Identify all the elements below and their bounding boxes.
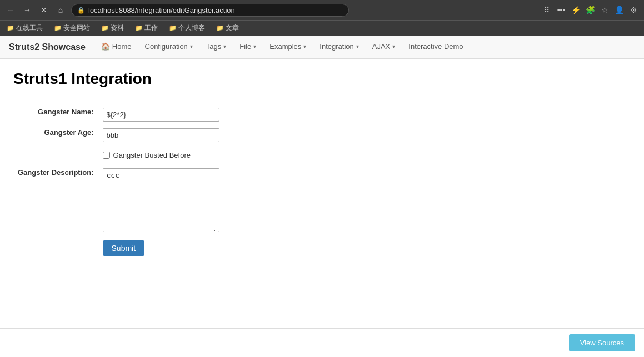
- nav-item-integration[interactable]: Integration ▾: [313, 36, 365, 59]
- lock-icon: 🔒: [77, 7, 85, 14]
- close-button[interactable]: ✕: [38, 4, 50, 16]
- back-icon: ←: [7, 6, 14, 14]
- nav-item-label: Configuration: [145, 42, 188, 51]
- bookmark-label: 工作: [144, 23, 158, 33]
- chevron-down-icon: ▾: [356, 43, 359, 49]
- bookmark-articles[interactable]: 📁 文章: [214, 22, 241, 34]
- bookmark-label: 文章: [226, 23, 239, 33]
- chevron-down-icon: ▾: [223, 43, 226, 49]
- nav-item-label: AJAX: [372, 42, 391, 51]
- bookmark-label: 安全网站: [63, 23, 90, 33]
- gangster-name-input[interactable]: [103, 108, 219, 122]
- submit-cell: Submit: [98, 237, 224, 259]
- bookmarks-bar: 📁 在线工具 📁 安全网站 📁 资料 📁 工作 📁 个人博客 📁 文章: [0, 20, 644, 36]
- gangster-form: Gangster Name: Gangster Age: Gangster Bu…: [13, 104, 631, 259]
- chevron-down-icon: ▾: [253, 43, 256, 49]
- forward-icon: →: [23, 6, 31, 14]
- nav-item-label: File: [239, 42, 251, 51]
- nav-item-ajax[interactable]: AJAX ▾: [366, 36, 402, 59]
- gangster-name-label: Gangster Name:: [13, 104, 98, 125]
- nav-item-label: Tags: [206, 42, 221, 51]
- nav-item-tags[interactable]: Tags ▾: [199, 36, 233, 59]
- folder-icon: 📁: [101, 24, 109, 32]
- bookmark-star-button[interactable]: ☆: [598, 4, 611, 16]
- folder-icon: 📁: [7, 24, 14, 32]
- gangster-name-cell: [98, 104, 224, 125]
- nav-item-label: Examples: [269, 42, 301, 51]
- nav-item-interactive-demo[interactable]: Interactive Demo: [402, 36, 470, 59]
- bookmark-label: 在线工具: [16, 23, 43, 33]
- bookmark-blog[interactable]: 📁 个人博客: [167, 22, 207, 34]
- nav-item-label: Home: [112, 42, 132, 51]
- more-button[interactable]: •••: [555, 4, 567, 16]
- submit-empty-cell: [13, 237, 98, 259]
- gangster-busted-empty-cell: [13, 145, 98, 165]
- nav-item-home[interactable]: 🏠 Home: [94, 36, 138, 59]
- bookmark-label: 资料: [111, 23, 124, 33]
- profile-button[interactable]: 👤: [613, 4, 625, 16]
- folder-icon: 📁: [169, 24, 177, 32]
- nav-item-label: Interactive Demo: [408, 42, 463, 51]
- back-button[interactable]: ←: [4, 4, 17, 16]
- address-bar[interactable]: 🔒 localhost:8088/integration/editGangste…: [71, 4, 349, 17]
- folder-icon: 📁: [54, 24, 62, 32]
- table-row: Submit: [13, 237, 224, 259]
- browser-chrome: ← → ✕ ⌂ 🔒 localhost:8088/integration/edi…: [0, 0, 644, 20]
- forward-button[interactable]: →: [21, 4, 33, 16]
- lightning-button[interactable]: ⚡: [570, 4, 582, 16]
- home-icon: ⌂: [58, 6, 63, 14]
- gangster-busted-cell: Gangster Busted Before: [98, 145, 224, 165]
- chevron-down-icon: ▾: [392, 43, 395, 49]
- page-title: Struts1 Integration: [13, 70, 631, 88]
- nav-items: 🏠 Home Configuration ▾ Tags ▾ File ▾ Exa…: [94, 36, 470, 59]
- gangster-busted-checkbox[interactable]: [103, 152, 110, 159]
- chevron-down-icon: ▾: [190, 43, 193, 49]
- home-button[interactable]: ⌂: [54, 4, 67, 16]
- chevron-down-icon: ▾: [303, 43, 306, 49]
- close-icon: ✕: [41, 6, 47, 14]
- table-row: Gangster Busted Before: [13, 145, 224, 165]
- gangster-age-cell: [98, 125, 224, 145]
- gangster-busted-label: Gangster Busted Before: [113, 151, 191, 159]
- folder-icon: 📁: [135, 24, 143, 32]
- settings-button[interactable]: ⚙: [627, 4, 640, 16]
- table-row: Gangster Name:: [13, 104, 224, 125]
- table-row: Gangster Age:: [13, 125, 224, 145]
- gangster-description-label: Gangster Description:: [13, 165, 98, 237]
- bookmark-security[interactable]: 📁 安全网站: [52, 22, 92, 34]
- gangster-age-input[interactable]: [103, 128, 219, 142]
- bookmark-online-tools[interactable]: 📁 在线工具: [4, 22, 45, 34]
- page-content: Struts1 Integration Gangster Name: Gangs…: [0, 59, 644, 325]
- bookmark-work[interactable]: 📁 工作: [133, 22, 160, 34]
- grid-button[interactable]: ⠿: [541, 4, 553, 16]
- gangster-description-cell: ccc: [98, 165, 224, 237]
- gangster-description-textarea[interactable]: ccc: [103, 168, 219, 232]
- url-text: localhost:8088/integration/editGangster.…: [88, 6, 235, 14]
- navbar-brand: Struts2 Showcase: [9, 42, 86, 52]
- extensions-button[interactable]: 🧩: [584, 4, 596, 16]
- nav-item-file[interactable]: File ▾: [233, 36, 263, 59]
- browser-tools: ⠿ ••• ⚡ 🧩 ☆ 👤 ⚙: [541, 4, 640, 16]
- folder-icon: 📁: [216, 24, 224, 32]
- nav-item-examples[interactable]: Examples ▾: [263, 36, 313, 59]
- table-row: Gangster Description: ccc: [13, 165, 224, 237]
- gangster-busted-row: Gangster Busted Before: [103, 149, 219, 162]
- nav-item-configuration[interactable]: Configuration ▾: [138, 36, 199, 59]
- form-table: Gangster Name: Gangster Age: Gangster Bu…: [13, 104, 224, 259]
- navbar: Struts2 Showcase 🏠 Home Configuration ▾ …: [0, 36, 644, 59]
- bookmark-label: 个人博客: [178, 23, 205, 33]
- nav-item-label: Integration: [319, 42, 353, 51]
- gangster-age-label: Gangster Age:: [13, 125, 98, 145]
- home-nav-icon: 🏠: [101, 42, 110, 51]
- bookmark-resources[interactable]: 📁 资料: [99, 22, 126, 34]
- submit-button[interactable]: Submit: [103, 240, 145, 256]
